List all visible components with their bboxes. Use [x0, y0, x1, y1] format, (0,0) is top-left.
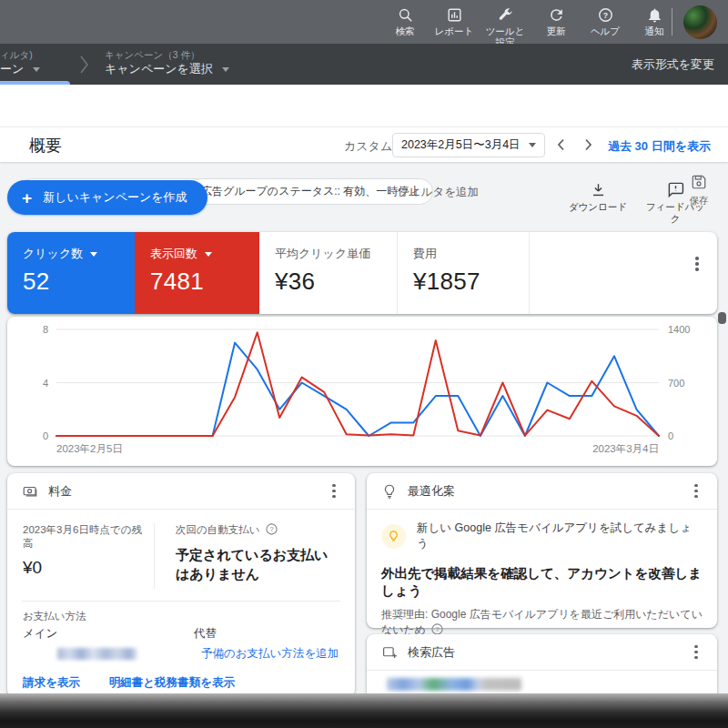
- refresh-icon: [548, 6, 565, 24]
- suggestion-badge: [381, 524, 406, 549]
- chevron-down-icon: [90, 252, 97, 257]
- bell-icon: [646, 6, 663, 24]
- scope-navbar: ィルタ) ーン キャンペーン（3 件） キャンペーンを選択 表示形式を変更: [0, 44, 728, 85]
- next-payment-label: 次回の自動支払い: [176, 524, 260, 535]
- next-range-button[interactable]: [580, 136, 596, 153]
- overview-header: 概要 カスタム 2023年2月5日〜3月4日 過去 30 日間を表示: [0, 127, 728, 162]
- filter-bar: キャンペーンのステータス:: すべて 広告グループのステータス:: 有効、一時停…: [0, 85, 728, 127]
- topbar-separator: [672, 8, 672, 35]
- feedback-button[interactable]: フィードバック: [642, 181, 708, 225]
- search-ads-menu-button[interactable]: [688, 644, 704, 661]
- scrollbar-thumb[interactable]: [718, 312, 726, 324]
- add-backup-payment-link[interactable]: 予備のお支払い方法を追加: [201, 646, 339, 662]
- metric-avg-cpc-label: 平均クリック単価: [275, 246, 397, 262]
- overview-chart-card: 004700814002023年2月5日2023年3月4日: [7, 317, 717, 466]
- divider: [22, 601, 340, 602]
- metric-impressions-label: 表示回数: [150, 246, 197, 262]
- view-billing-link[interactable]: 請求を表示: [23, 675, 80, 691]
- metric-clicks-value: 52: [23, 268, 135, 296]
- download-icon: [590, 181, 607, 198]
- payments-icon: [22, 483, 38, 500]
- topbar-search-button[interactable]: 検索: [380, 0, 430, 36]
- search-ads-card-title: 検索広告: [408, 644, 688, 661]
- svg-text:4: 4: [43, 378, 48, 389]
- redacted-card-number: [57, 648, 137, 660]
- balance-value: ¥0: [23, 558, 148, 578]
- next-payment-value: 予定されているお支払いはありません: [176, 545, 341, 583]
- topbar-notifications-label: 通知: [645, 25, 664, 36]
- topbar-reports-button[interactable]: レポート: [430, 0, 479, 36]
- help-circle-icon[interactable]: ?: [266, 523, 278, 539]
- optimization-card-header: 最適化案: [367, 473, 717, 510]
- topbar-help-label: ヘルプ: [591, 25, 620, 36]
- metric-impressions-value: 7481: [150, 268, 259, 296]
- divider: [154, 523, 155, 589]
- optimization-menu-button[interactable]: [688, 483, 704, 500]
- campaign-select-label: キャンペーンを選択: [105, 61, 213, 77]
- metric-summary-card: クリック数 52 表示回数 7481 平均クリック単価 ¥36 費用 ¥1857: [7, 232, 717, 314]
- metric-cost-label: 費用: [413, 246, 529, 262]
- plus-icon: +: [22, 189, 32, 207]
- optimization-card-title: 最適化案: [408, 483, 688, 500]
- new-campaign-label: 新しいキャンペーンを作成: [43, 189, 187, 206]
- topbar-search-label: 検索: [396, 25, 415, 36]
- wrench-icon: [497, 6, 514, 24]
- date-range-picker[interactable]: 2023年2月5日〜3月4日: [392, 133, 545, 157]
- page-title: 概要: [29, 135, 62, 157]
- metrics-menu-button[interactable]: [689, 256, 705, 272]
- chevron-down-icon: [33, 67, 40, 72]
- topbar-tools-button[interactable]: ツールと設定: [479, 0, 531, 47]
- suggestion-title: 新しい Google 広告モバイルアプリを試してみましょう: [417, 521, 703, 551]
- lightbulb-icon: [381, 483, 398, 500]
- view-documents-link[interactable]: 明細書と税務書類を表示: [109, 675, 235, 691]
- custom-range-label: カスタム: [344, 138, 392, 155]
- lightbulb-icon: [387, 530, 400, 543]
- topbar-refresh-button[interactable]: 更新: [531, 0, 581, 36]
- chevron-left-icon: [553, 136, 570, 153]
- campaign-selector[interactable]: キャンペーン（3 件） キャンペーンを選択: [105, 48, 229, 77]
- primary-method-label: メイン: [23, 626, 57, 642]
- date-range-value: 2023年2月5日〜3月4日: [401, 137, 525, 153]
- feedback-icon: [667, 181, 684, 198]
- chevron-down-icon: [205, 252, 212, 257]
- previous-range-button[interactable]: [553, 136, 570, 153]
- screen-bottom-shadow: [0, 693, 728, 728]
- billing-card: 料金 2023年3月6日時点での残高 ¥0 次回の自動支払い? 予定されているお…: [7, 473, 355, 697]
- billing-card-title: 料金: [48, 483, 326, 500]
- download-button[interactable]: ダウンロード: [565, 181, 631, 213]
- metric-cost-value: ¥1857: [413, 268, 529, 296]
- new-window-icon: [381, 644, 398, 661]
- metric-avg-cpc-value: ¥36: [275, 268, 397, 296]
- billing-summary: 2023年3月6日時点での残高 ¥0 次回の自動支払い? 予定されているお支払い…: [7, 510, 355, 601]
- svg-text:?: ?: [269, 525, 273, 533]
- svg-text:2023年3月4日: 2023年3月4日: [592, 443, 659, 454]
- billing-menu-button[interactable]: [326, 483, 342, 500]
- balance-label: 2023年3月6日時点での残高: [23, 523, 148, 551]
- metric-cost[interactable]: 費用 ¥1857: [398, 232, 530, 314]
- account-scope-selector[interactable]: ィルタ) ーン: [0, 48, 40, 77]
- optimization-card: 最適化案 新しい Google 広告モバイルアプリを試してみましょう 外出先で掲…: [367, 473, 717, 628]
- svg-text:8: 8: [43, 324, 48, 335]
- new-campaign-button[interactable]: + 新しいキャンペーンを作成: [7, 180, 207, 215]
- suggestion-reason: 推奨理由: Google 広告モバイルアプリを最近ご利用いただいていないため: [381, 608, 703, 636]
- download-label: ダウンロード: [569, 201, 627, 213]
- topbar: 検索 レポート ツールと設定 更新 ? ヘルプ 通知: [0, 0, 728, 44]
- adgroup-status-filter-chip[interactable]: 広告グループのステータス:: 有効、一時停止: [187, 178, 433, 205]
- alternate-method-label: 代替: [194, 626, 217, 642]
- account-scope-name: ーン: [0, 61, 24, 77]
- metric-impressions[interactable]: 表示回数 7481: [135, 232, 259, 314]
- metric-avg-cpc[interactable]: 平均クリック単価 ¥36: [259, 232, 398, 314]
- search-icon: [397, 6, 414, 24]
- campaign-count-label: キャンペーン（3 件）: [105, 48, 229, 61]
- add-filter-button[interactable]: フィルタを追加: [398, 185, 479, 200]
- svg-text:700: 700: [668, 378, 684, 389]
- metric-clicks[interactable]: クリック数 52: [7, 232, 135, 314]
- topbar-help-button[interactable]: ? ヘルプ: [581, 0, 630, 36]
- chevron-down-icon: [222, 67, 229, 72]
- feedback-label: フィードバック: [642, 201, 708, 225]
- avatar[interactable]: [683, 5, 717, 39]
- search-ads-card-header: 検索広告: [367, 634, 717, 671]
- change-view-button[interactable]: 表示形式を変更: [632, 56, 714, 73]
- show-last-30-days-link[interactable]: 過去 30 日間を表示: [608, 138, 711, 155]
- svg-text:2023年2月5日: 2023年2月5日: [56, 443, 123, 454]
